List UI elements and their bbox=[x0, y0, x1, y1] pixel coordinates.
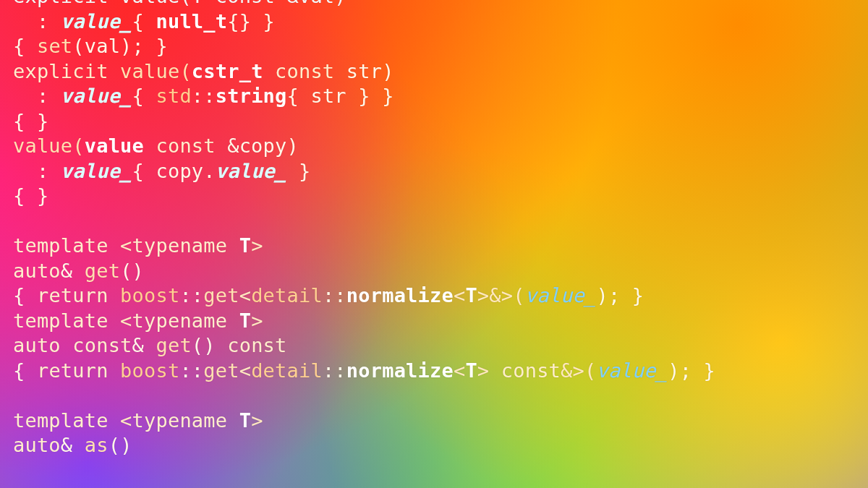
code-line: explicit value(T const &val) bbox=[13, 0, 346, 7]
code-token: const bbox=[61, 334, 132, 356]
code-token bbox=[227, 309, 239, 332]
code-token: { bbox=[13, 359, 37, 382]
code-token: ); } bbox=[668, 359, 715, 382]
code-token: { } bbox=[13, 184, 48, 207]
code-token: detail bbox=[251, 359, 323, 382]
code-token: value_ bbox=[525, 284, 597, 307]
code-token: & bbox=[61, 260, 85, 282]
code-token: const bbox=[144, 134, 216, 157]
code-token: boost bbox=[109, 284, 180, 307]
code-token: const bbox=[501, 359, 561, 382]
code-token: () bbox=[120, 260, 144, 282]
code-token: value( bbox=[13, 134, 85, 157]
code-token: value_ bbox=[216, 160, 287, 182]
code-token: :: bbox=[179, 284, 203, 307]
code-token: ); } bbox=[596, 284, 644, 307]
code-token: > bbox=[251, 409, 263, 432]
code-token: typename bbox=[132, 234, 228, 257]
code-token: T bbox=[239, 409, 251, 432]
code-token: value_ bbox=[61, 85, 132, 107]
code-token: string bbox=[216, 85, 287, 107]
code-token: value bbox=[85, 134, 144, 157]
code-token: value_ bbox=[61, 10, 132, 33]
code-token: boost bbox=[109, 359, 180, 382]
code-token: explicit bbox=[13, 60, 109, 82]
code-block: explicit value(T const &val) : value_{ n… bbox=[13, 0, 715, 458]
code-token: return bbox=[37, 284, 109, 307]
code-token: get bbox=[203, 284, 239, 307]
code-token: as bbox=[85, 434, 109, 456]
code-token: & bbox=[61, 434, 85, 456]
code-token: template bbox=[13, 409, 109, 432]
code-token: std bbox=[156, 85, 191, 107]
code-token: auto bbox=[13, 434, 61, 456]
code-token: set bbox=[37, 35, 72, 57]
code-token: detail bbox=[251, 284, 323, 307]
code-token: > bbox=[477, 359, 501, 382]
code-token: normalize bbox=[346, 284, 454, 307]
code-token: typename bbox=[132, 309, 228, 332]
code-token: > bbox=[251, 309, 263, 332]
code-token: >&>( bbox=[477, 284, 525, 307]
code-token: { bbox=[13, 284, 37, 307]
code-token: const bbox=[227, 334, 286, 356]
code-token: value( bbox=[109, 60, 192, 82]
code-token: null_t bbox=[156, 10, 227, 33]
code-token: str) bbox=[334, 60, 393, 82]
code-token: < bbox=[454, 284, 465, 307]
code-token: get bbox=[85, 260, 120, 282]
code-token: auto bbox=[13, 260, 61, 282]
code-token: (val); } bbox=[72, 35, 168, 57]
code-token: < bbox=[239, 284, 251, 307]
code-token: } bbox=[287, 160, 311, 182]
code-token: typename bbox=[132, 409, 228, 432]
code-token: { bbox=[132, 85, 156, 107]
code-token: value_ bbox=[61, 160, 132, 182]
code-token: & bbox=[132, 334, 156, 356]
code-token: { str } } bbox=[287, 85, 394, 107]
code-wallpaper: explicit value(T const &val) : value_{ n… bbox=[0, 0, 868, 488]
code-token: < bbox=[109, 309, 132, 332]
code-token: T bbox=[239, 309, 251, 332]
code-token: get bbox=[203, 359, 239, 382]
code-token: T bbox=[239, 234, 251, 257]
code-token: :: bbox=[323, 359, 346, 382]
code-token: < bbox=[454, 359, 465, 382]
code-token: < bbox=[239, 359, 251, 382]
code-token: :: bbox=[192, 85, 216, 107]
code-token: > bbox=[251, 234, 263, 257]
code-token: &copy) bbox=[216, 134, 299, 157]
code-token: get bbox=[156, 334, 191, 356]
code-token: template bbox=[13, 234, 109, 257]
code-token: template bbox=[13, 309, 109, 332]
code-token: :: bbox=[179, 359, 203, 382]
code-token: : bbox=[13, 85, 61, 107]
code-token: { bbox=[13, 35, 37, 57]
code-token bbox=[227, 409, 239, 432]
code-token: { bbox=[132, 10, 156, 33]
code-token: auto bbox=[13, 334, 61, 356]
code-token: : bbox=[13, 160, 61, 182]
code-token: value_ bbox=[596, 359, 668, 382]
code-token: () bbox=[192, 334, 227, 356]
code-token: :: bbox=[323, 284, 346, 307]
code-token: < bbox=[109, 234, 132, 257]
code-token: < bbox=[109, 409, 132, 432]
code-token: { } bbox=[13, 110, 48, 132]
code-token: : bbox=[13, 10, 61, 33]
code-token: cstr_t bbox=[192, 60, 263, 82]
code-token: {} } bbox=[227, 10, 275, 33]
code-token: const bbox=[263, 60, 335, 82]
code-token: T bbox=[465, 359, 477, 382]
code-token bbox=[227, 234, 239, 257]
code-token: &>( bbox=[561, 359, 596, 382]
code-token: () bbox=[109, 434, 132, 456]
code-token: normalize bbox=[346, 359, 454, 382]
code-token: T bbox=[465, 284, 477, 307]
code-token: return bbox=[37, 359, 109, 382]
code-token: { copy. bbox=[132, 160, 216, 182]
